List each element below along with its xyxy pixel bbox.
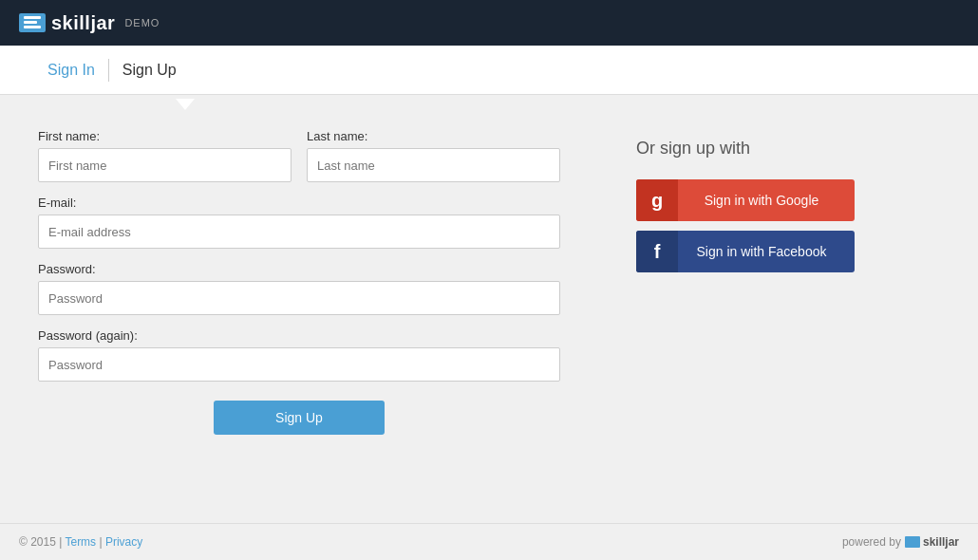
facebook-signin-button[interactable]: f Sign in with Facebook	[636, 231, 855, 272]
first-name-label: First name:	[38, 129, 292, 143]
first-name-group: First name:	[38, 129, 292, 182]
email-group: E-mail:	[38, 196, 560, 249]
copyright: © 2015	[19, 535, 56, 549]
google-btn-label: Sign in with Google	[678, 193, 855, 208]
facebook-btn-label: Sign in with Facebook	[678, 244, 855, 259]
facebook-icon: f	[636, 231, 678, 272]
tabs-bar: Sign In Sign Up	[0, 46, 978, 95]
last-name-group: Last name:	[307, 129, 560, 182]
password-again-input[interactable]	[38, 347, 560, 382]
first-name-input[interactable]	[38, 148, 292, 182]
last-name-label: Last name:	[307, 129, 560, 143]
email-input[interactable]	[38, 215, 560, 249]
tab-divider	[108, 59, 109, 82]
name-row: First name: Last name:	[38, 129, 560, 182]
signup-button[interactable]: Sign Up	[214, 401, 385, 435]
footer-left: © 2015 | Terms | Privacy	[19, 535, 142, 549]
logo-demo: DEMO	[124, 17, 160, 28]
svg-rect-2	[24, 26, 41, 28]
password-again-group: Password (again):	[38, 328, 560, 382]
header: skilljar DEMO	[0, 0, 978, 46]
social-section: Or sign up with g Sign in with Google f …	[636, 129, 874, 504]
tab-arrow	[176, 99, 195, 110]
password-input[interactable]	[38, 281, 560, 315]
password-group: Password:	[38, 262, 560, 315]
password-label: Password:	[38, 262, 560, 276]
powered-logo-icon	[905, 536, 920, 548]
logo-icon	[19, 13, 46, 32]
google-icon: g	[636, 179, 678, 221]
privacy-link[interactable]: Privacy	[105, 535, 142, 549]
footer-right: powered by skilljar	[842, 535, 959, 549]
main-content: First name: Last name: E-mail: Password:…	[0, 110, 978, 523]
terms-link[interactable]: Terms	[65, 535, 96, 549]
tab-sign-in[interactable]: Sign In	[38, 46, 104, 95]
svg-rect-0	[24, 16, 41, 19]
password-again-label: Password (again):	[38, 328, 560, 343]
tab-sign-up[interactable]: Sign Up	[113, 46, 186, 95]
or-sign-up-text: Or sign up with	[636, 139, 874, 159]
footer: © 2015 | Terms | Privacy powered by skil…	[0, 523, 978, 560]
powered-logo-brand: skilljar	[923, 535, 959, 549]
google-signin-button[interactable]: g Sign in with Google	[636, 179, 855, 221]
logo-text: skilljar	[51, 12, 115, 34]
last-name-input[interactable]	[307, 148, 560, 182]
powered-by-text: powered by	[842, 535, 901, 549]
email-label: E-mail:	[38, 196, 560, 210]
form-section: First name: Last name: E-mail: Password:…	[38, 129, 560, 504]
tab-arrow-container	[0, 95, 978, 110]
logo: skilljar DEMO	[19, 12, 160, 34]
svg-rect-1	[24, 21, 37, 24]
powered-logo: skilljar	[905, 535, 959, 549]
